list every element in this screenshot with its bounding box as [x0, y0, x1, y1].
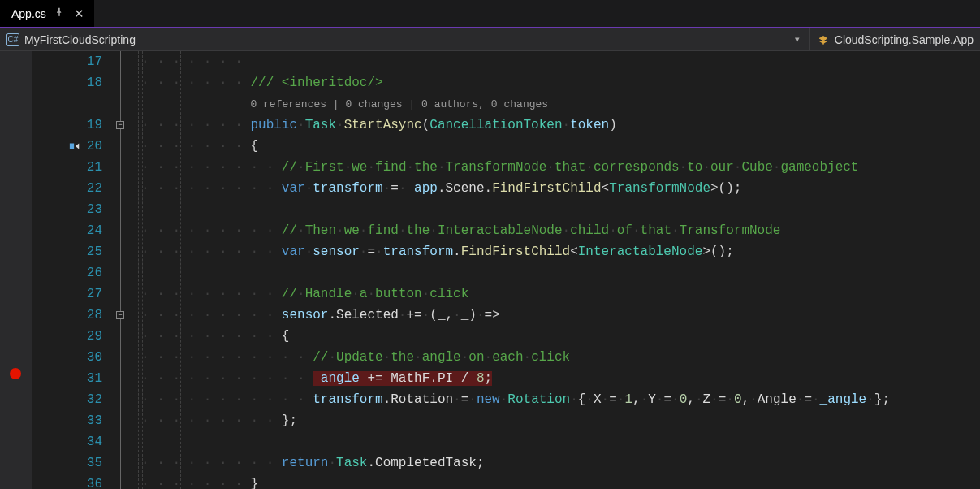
code-line	[138, 199, 980, 220]
nav-right-label: CloudScripting.Sample.App	[835, 33, 974, 46]
class-icon	[817, 33, 830, 46]
code-line: · · · · · · · · · return·Task.CompletedT…	[138, 452, 980, 474]
line-numbers: 17 18 19 20 21 22 23 24 25 26 27 28 29 3…	[32, 51, 114, 489]
code-line: · · · · · · · }	[138, 474, 980, 489]
codelens[interactable]: 0 references | 0 changes | 0 authors, 0 …	[138, 93, 980, 115]
code-line: · · · · · · · /// <inheritdoc/>	[138, 72, 980, 93]
code-line: · · · · · · · · · sensor.Selected·+=·(_,…	[138, 305, 980, 326]
fold-toggle-icon[interactable]: −	[116, 121, 124, 129]
code-line: · · · · · · · · · //·Handle·a·button·cli…	[138, 283, 980, 305]
code-line: · · · · · · ·	[138, 51, 980, 72]
code-content[interactable]: · · · · · · · · · · · · · · /// <inherit…	[138, 51, 980, 489]
fold-toggle-icon[interactable]: −	[116, 311, 124, 319]
close-icon[interactable]: ✕	[72, 6, 86, 21]
indent-guide	[128, 51, 138, 489]
code-line	[138, 262, 980, 283]
nav-left-label: MyFirstCloudScripting	[24, 33, 136, 46]
code-line: · · · · · · · · · · · transform.Rotation…	[138, 389, 980, 410]
code-line: · · · · · · · · · };	[138, 410, 980, 431]
nav-scope-class[interactable]: CloudScripting.Sample.App	[810, 28, 980, 50]
code-editor[interactable]: 17 18 19 20 21 22 23 24 25 26 27 28 29 3…	[0, 51, 980, 489]
navigation-bar: C# MyFirstCloudScripting ▾ CloudScriptin…	[0, 28, 980, 51]
folding-column[interactable]: − −	[114, 51, 128, 489]
code-line: · · · · · · · · · //·Then·we·find·the·In…	[138, 220, 980, 241]
code-line: · · · · · · · · · var·transform·=·_app.S…	[138, 178, 980, 199]
tab-filename: App.cs	[11, 7, 46, 20]
tab-app-cs[interactable]: App.cs ✕	[0, 0, 94, 27]
chevron-down-icon[interactable]: ▾	[792, 34, 803, 45]
code-line: · · · · · · · · · var·sensor·=·transform…	[138, 241, 980, 262]
code-line: · · · · · · · · · {	[138, 326, 980, 347]
code-line: · · · · · · · · · · · //·Update·the·angl…	[138, 347, 980, 368]
code-line-breakpoint: · · · · · · · · · · · _angle += MathF.PI…	[138, 368, 980, 389]
tracking-changes-icon	[11, 118, 22, 129]
code-line: · · · · · · · public·Task·StartAsync(Can…	[138, 115, 980, 136]
nav-scope-project[interactable]: C# MyFirstCloudScripting ▾	[0, 28, 809, 50]
code-line	[138, 431, 980, 452]
glyph-margin[interactable]	[0, 51, 32, 489]
tab-bar: App.cs ✕	[0, 0, 980, 28]
code-line: · · · · · · · · · //·First·we·find·the·T…	[138, 157, 980, 178]
pin-icon[interactable]	[54, 7, 64, 19]
csharp-project-icon: C#	[6, 33, 19, 46]
code-line: · · · · · · · {	[138, 136, 980, 157]
